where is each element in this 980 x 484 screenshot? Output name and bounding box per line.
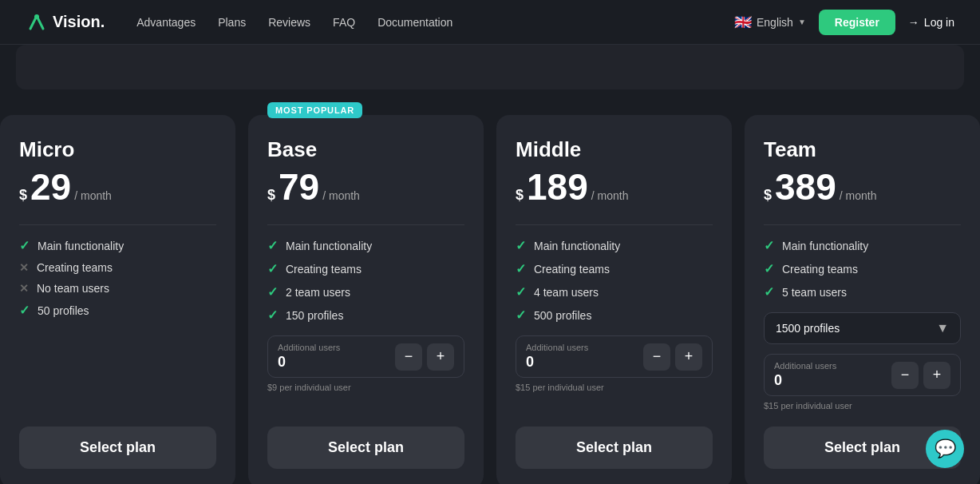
price-amount-middle: 189 (527, 169, 588, 205)
price-amount-base: 79 (279, 169, 319, 205)
additional-users-box-team: Additional users 0 − + (764, 354, 961, 396)
check-icon: ✓ (19, 303, 30, 318)
language-label: English (757, 16, 793, 29)
chevron-down-icon: ▼ (798, 18, 806, 26)
feature-list-middle: ✓ Main functionality ✓ Creating teams ✓ … (516, 238, 713, 323)
plan-price-micro: $ 29 / month (19, 169, 216, 205)
divider (764, 224, 961, 225)
price-period-base: / month (322, 189, 360, 202)
additional-users-box-middle: Additional users 0 − + (516, 335, 713, 378)
popular-badge-wrap: MOST POPULAR (267, 102, 362, 117)
cross-icon: ✕ (19, 282, 29, 295)
stepper-increment-middle[interactable]: + (675, 343, 702, 371)
check-icon: ✓ (267, 284, 278, 300)
plans-section: Micro $ 29 / month ✓ Main functionality … (0, 96, 980, 484)
feature-item: ✓ 150 profiles (267, 307, 464, 323)
plan-name-micro: Micro (19, 137, 216, 162)
plans-grid: Micro $ 29 / month ✓ Main functionality … (0, 115, 980, 484)
price-dollar: $ (19, 187, 27, 204)
chat-icon: 💬 (935, 438, 956, 459)
per-user-text-base: $9 per individual user (267, 383, 464, 392)
additional-users-value-middle: 0 (526, 354, 588, 371)
stepper-increment-team[interactable]: + (923, 362, 950, 389)
check-icon: ✓ (267, 307, 278, 323)
plan-price-base: $ 79 / month (267, 169, 464, 205)
chat-bubble-button[interactable]: 💬 (926, 430, 964, 468)
profiles-dropdown-team[interactable]: 1500 profiles ▼ (764, 312, 961, 344)
feature-item: ✓ Main functionality (19, 238, 216, 253)
chevron-down-icon: ▼ (936, 321, 949, 335)
popular-badge: MOST POPULAR (267, 102, 362, 118)
logo-text: Vision. (53, 13, 105, 31)
select-plan-base-button[interactable]: Select plan (267, 426, 464, 469)
plan-card-middle: Middle $ 189 / month ✓ Main functionalit… (496, 115, 732, 484)
per-user-text-team: $15 per individual user (764, 401, 961, 411)
nav-documentation[interactable]: Documentation (377, 16, 452, 29)
cross-icon: ✕ (19, 261, 29, 274)
nav-right: 🇬🇧 English ▼ Register → Log in (734, 10, 954, 35)
price-dollar: $ (764, 187, 772, 204)
additional-users-label: Additional users (278, 343, 340, 352)
plan-name-team: Team (764, 137, 961, 162)
check-icon: ✓ (516, 307, 526, 323)
additional-users-value-base: 0 (278, 354, 340, 371)
feature-list-micro: ✓ Main functionality ✕ Creating teams ✕ … (19, 238, 216, 318)
feature-item: ✓ Creating teams (516, 261, 713, 276)
select-plan-middle-button[interactable]: Select plan (516, 426, 713, 469)
flag-icon: 🇬🇧 (734, 14, 752, 31)
logo[interactable]: Vision. (26, 11, 105, 34)
navigation: Vision. Advantages Plans Reviews FAQ Doc… (0, 0, 980, 45)
stepper-decrement-team[interactable]: − (891, 362, 919, 389)
language-selector[interactable]: 🇬🇧 English ▼ (734, 14, 806, 31)
feature-item: ✓ 4 team users (516, 284, 713, 300)
stepper-decrement-middle[interactable]: − (643, 343, 670, 371)
nav-reviews[interactable]: Reviews (268, 16, 310, 29)
price-period-team: / month (840, 189, 877, 202)
check-icon: ✓ (764, 261, 774, 276)
additional-users-info: Additional users 0 (278, 343, 340, 371)
nav-faq[interactable]: FAQ (333, 16, 355, 29)
price-period-middle: / month (591, 189, 629, 202)
plan-price-middle: $ 189 / month (516, 169, 713, 205)
feature-item: ✓ 5 team users (764, 284, 961, 300)
plan-name-base: Base (267, 137, 464, 162)
divider (267, 224, 464, 225)
plan-card-base: MOST POPULAR Base $ 79 / month ✓ Main fu… (248, 115, 484, 484)
feature-item: ✓ 2 team users (267, 284, 464, 300)
feature-item: ✓ Creating teams (764, 261, 961, 276)
stepper-increment-base[interactable]: + (427, 343, 454, 371)
stepper-btns-base: − + (395, 343, 454, 371)
feature-item: ✓ Main functionality (516, 238, 713, 253)
top-banner (16, 45, 964, 89)
nav-plans[interactable]: Plans (218, 16, 246, 29)
additional-users-box-base: Additional users 0 − + (267, 335, 464, 378)
feature-item: ✓ Creating teams (267, 261, 464, 276)
check-icon: ✓ (764, 284, 774, 300)
feature-item: ✓ 50 profiles (19, 303, 216, 318)
feature-list-team: ✓ Main functionality ✓ Creating teams ✓ … (764, 238, 961, 300)
check-icon: ✓ (516, 238, 526, 253)
price-period-micro: / month (74, 189, 112, 202)
register-button[interactable]: Register (819, 10, 895, 35)
divider (516, 224, 713, 225)
login-button[interactable]: → Log in (908, 16, 954, 29)
check-icon: ✓ (516, 284, 526, 300)
feature-item: ✕ No team users (19, 282, 216, 295)
stepper-decrement-base[interactable]: − (395, 343, 422, 371)
login-arrow-icon: → (908, 16, 919, 29)
nav-advantages[interactable]: Advantages (136, 16, 196, 29)
nav-links: Advantages Plans Reviews FAQ Documentati… (136, 16, 734, 29)
plan-price-team: $ 389 / month (764, 169, 961, 205)
check-icon: ✓ (764, 238, 774, 253)
additional-users-info: Additional users 0 (774, 361, 836, 389)
feature-item: ✓ 500 profiles (516, 307, 713, 323)
select-plan-micro-button[interactable]: Select plan (19, 426, 216, 469)
plan-card-micro: Micro $ 29 / month ✓ Main functionality … (0, 115, 235, 484)
price-amount-micro: 29 (30, 169, 71, 205)
price-dollar: $ (267, 187, 275, 204)
profiles-dropdown-label: 1500 profiles (776, 322, 840, 335)
stepper-btns-team: − + (891, 362, 950, 389)
feature-item: ✕ Creating teams (19, 261, 216, 274)
additional-users-info: Additional users 0 (526, 343, 588, 371)
plan-card-team: Team $ 389 / month ✓ Main functionality … (745, 115, 980, 484)
